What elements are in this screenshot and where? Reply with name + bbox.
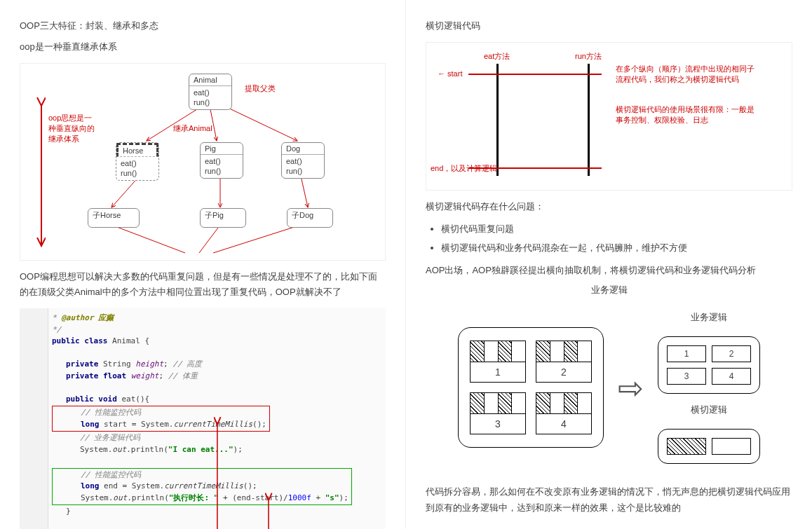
svg-line-6 (301, 176, 308, 207)
oop-vertical: oop是一种垂直继承体系 (20, 39, 386, 55)
svg-line-8 (199, 225, 220, 253)
svg-line-9 (213, 225, 301, 253)
svg-line-4 (111, 176, 140, 207)
before-box: 1 2 3 4 (458, 327, 604, 448)
right-column: 横切逻辑代码 eat方法 run方法 ← start end，以及计算逻辑 在多… (406, 0, 812, 529)
aop-intro: AOP出场，AOP独辟蹊径提出横向抽取机制，将横切逻辑代码和业务逻辑代码分析 (426, 263, 792, 278)
horse-node: Horse eat()run() (116, 142, 159, 181)
cross-box (658, 429, 760, 464)
oop-features: OOP三大特征：封装、继承和多态 (20, 18, 386, 34)
gutter (20, 308, 48, 529)
biz-logic-label: 业务逻辑 (426, 284, 792, 296)
oop-limitation: OOP编程思想可以解决大多数的代码重复问题，但是有一些情况是处理不了的，比如下面… (20, 269, 386, 300)
list-item: 横切代码重复问题 (441, 221, 792, 237)
sub-dog: 子Dog (287, 208, 333, 228)
page-root: OOP三大特征：封装、继承和多态 oop是一种垂直继承体系 oop思想是一种垂直… (0, 0, 812, 529)
cross-cutting-title: 横切逻辑代码 (426, 18, 792, 34)
split-note: 代码拆分容易，那么如何在不改变原有业务逻辑的情况下，悄无声息的把横切逻辑代码应用… (426, 484, 792, 515)
pig-node: Pig eat()run() (200, 142, 243, 179)
sub-pig: 子Pig (200, 208, 246, 228)
sub-horse: 子Horse (88, 208, 140, 228)
cross-cutting-diagram: eat方法 run方法 ← start end，以及计算逻辑 在多个纵向（顺序）… (426, 42, 792, 191)
list-item: 横切逻辑代码和业务代码混杂在一起，代码臃肿，维护不方便 (441, 240, 792, 256)
side-label: oop思想是一种垂直纵向的继承体系 (48, 113, 97, 144)
svg-line-3 (224, 106, 297, 141)
separation-diagram: 1 2 3 4 ⇨ 业务逻辑 12 34 横切逻辑 (426, 296, 792, 479)
after-stack: 业务逻辑 12 34 横切逻辑 (658, 311, 760, 464)
biz-box: 12 34 (658, 336, 760, 394)
inherit-label: 继承Animal (173, 123, 212, 134)
arrow-icon: ⇨ (618, 370, 644, 406)
extract-label: 提取父类 (245, 83, 276, 94)
inheritance-diagram: oop思想是一种垂直纵向的继承体系 Animal eat()run() 提取父类… (20, 63, 386, 261)
problems-list: 横切代码重复问题 横切逻辑代码和业务代码混杂在一起，代码臃肿，维护不方便 (426, 221, 792, 256)
dog-node: Dog eat()run() (281, 142, 325, 179)
code-block: * @author 应癫 */ public class Animal { pr… (20, 308, 386, 529)
animal-node: Animal eat()run() (189, 74, 232, 110)
left-column: OOP三大特征：封装、继承和多态 oop是一种垂直继承体系 oop思想是一种垂直… (0, 0, 406, 529)
problems-title: 横切逻辑代码存在什么问题： (426, 199, 792, 214)
svg-line-7 (111, 225, 185, 253)
